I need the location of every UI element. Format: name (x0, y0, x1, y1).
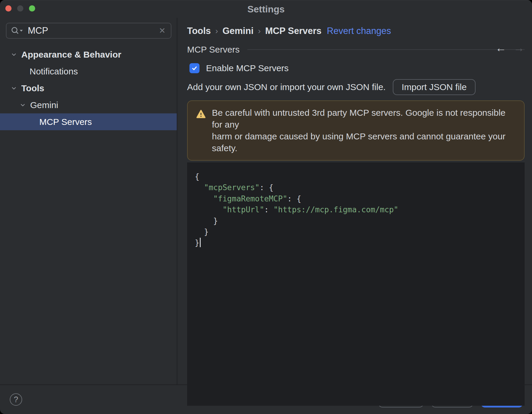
section-title: MCP Servers (187, 45, 240, 55)
enable-mcp-label: Enable MCP Servers (206, 63, 289, 73)
breadcrumb-item-tools[interactable]: Tools (187, 26, 211, 36)
section-header: MCP Servers (187, 44, 525, 55)
settings-search-field[interactable]: ✕ (6, 23, 171, 39)
breadcrumb: Tools › Gemini › MCP Servers Revert chan… (187, 25, 525, 37)
settings-tree: Appearance & Behavior Notifications Tool… (0, 46, 177, 130)
warning-text: Be careful with untrusted 3rd party MCP … (212, 107, 516, 154)
settings-body: ✕ Appearance & Behavior Notifications To (0, 18, 532, 384)
warning-icon (196, 109, 206, 119)
warning-line: harm or damage caused by using MCP serve… (212, 131, 516, 154)
history-navigation: ← → (495, 43, 524, 54)
code-line: } (195, 226, 517, 237)
forward-arrow-icon[interactable]: → (513, 43, 524, 54)
sidebar-item-label: Tools (21, 83, 44, 93)
code-line: { (195, 171, 517, 182)
enable-mcp-row: Enable MCP Servers (187, 62, 525, 74)
breadcrumb-separator-icon: › (254, 26, 265, 36)
window-title: Settings (0, 0, 532, 18)
settings-sidebar: ✕ Appearance & Behavior Notifications To (0, 18, 177, 384)
search-icon (11, 26, 24, 35)
check-icon (191, 65, 198, 71)
sidebar-item-mcp-servers[interactable]: MCP Servers (0, 113, 177, 130)
sidebar-item-label: Notifications (30, 66, 78, 76)
add-json-text: Add your own JSON or import your own JSO… (187, 82, 386, 92)
sidebar-item-gemini[interactable]: Gemini (0, 97, 177, 113)
code-line: "figmaRemoteMCP": { (195, 193, 517, 204)
code-line: } (195, 237, 517, 248)
sidebar-item-label: MCP Servers (39, 117, 92, 127)
text-cursor (200, 238, 201, 247)
code-line: "mcpServers": { (195, 182, 517, 193)
search-input[interactable] (24, 25, 159, 36)
settings-content: Tools › Gemini › MCP Servers Revert chan… (177, 18, 532, 384)
warning-banner: Be careful with untrusted 3rd party MCP … (187, 100, 525, 161)
import-json-file-button[interactable]: Import JSON file (393, 79, 476, 95)
settings-window: Settings ✕ Appearance & Behavior (0, 0, 532, 414)
sidebar-item-notifications[interactable]: Notifications (0, 63, 177, 80)
clear-search-icon[interactable]: ✕ (159, 26, 166, 35)
question-mark-icon: ? (14, 395, 18, 404)
add-json-row: Add your own JSON or import your own JSO… (187, 79, 525, 95)
titlebar: Settings (0, 0, 532, 18)
sidebar-item-label: Gemini (30, 100, 58, 110)
revert-changes-link[interactable]: Revert changes (327, 26, 391, 36)
section-divider (247, 49, 525, 50)
sidebar-item-label: Appearance & Behavior (21, 50, 121, 60)
warning-line: Be careful with untrusted 3rd party MCP … (212, 107, 516, 131)
breadcrumb-separator-icon: › (211, 26, 222, 36)
mcp-json-editor[interactable]: { "mcpServers": { "figmaRemoteMCP": { "h… (187, 162, 525, 406)
chevron-down-icon (11, 51, 17, 58)
sidebar-item-tools[interactable]: Tools (0, 80, 177, 97)
chevron-down-icon (20, 102, 26, 108)
enable-mcp-checkbox[interactable] (189, 63, 200, 73)
code-line: } (195, 216, 517, 226)
back-arrow-icon[interactable]: ← (495, 43, 506, 54)
chevron-down-icon (11, 85, 17, 92)
sidebar-item-appearance-behavior[interactable]: Appearance & Behavior (0, 46, 177, 63)
breadcrumb-item-gemini[interactable]: Gemini (223, 26, 254, 36)
help-button[interactable]: ? (10, 393, 22, 406)
code-line: "httpUrl": "https://mcp.figma.com/mcp" (195, 204, 517, 215)
breadcrumb-item-mcp-servers: MCP Servers (265, 26, 322, 36)
